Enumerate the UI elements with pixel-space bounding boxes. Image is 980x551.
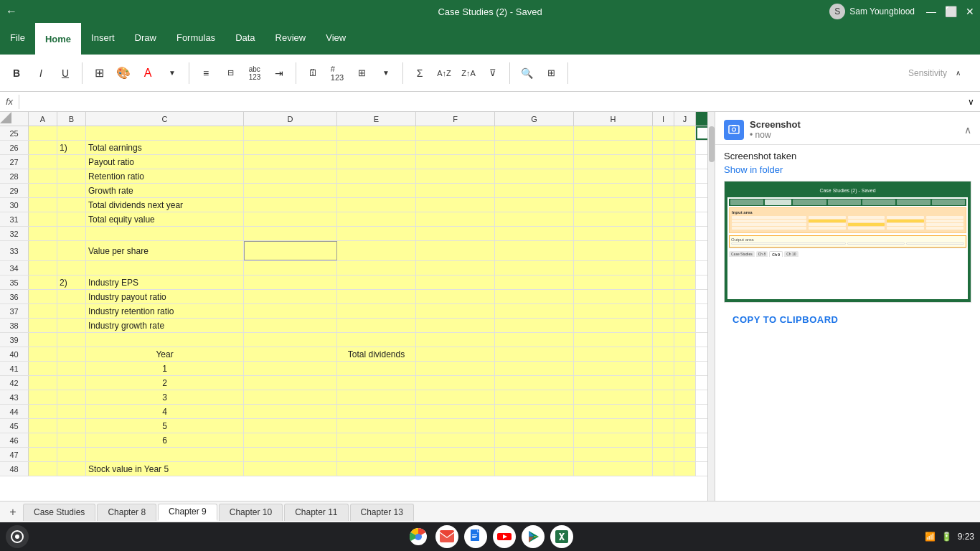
cell-27-h[interactable]	[574, 155, 653, 169]
cell-29-a[interactable]	[29, 184, 57, 197]
tab-review[interactable]: Review	[265, 23, 316, 55]
cell-34-i[interactable]	[653, 261, 674, 275]
cell-32-b[interactable]	[57, 227, 86, 240]
insert-cells-btn[interactable]: ⊞	[351, 62, 372, 84]
cell-31-i[interactable]	[653, 212, 674, 226]
cell-32-a[interactable]	[29, 227, 57, 240]
cell-32-i[interactable]	[653, 227, 674, 240]
scrollbar-thumb[interactable]	[709, 126, 715, 162]
cell-25-i[interactable]	[653, 126, 674, 140]
cell-37-e[interactable]	[337, 304, 416, 318]
minimize-btn[interactable]: —	[926, 6, 936, 17]
cell-31-a[interactable]	[29, 212, 57, 226]
cell-39-a[interactable]	[29, 333, 57, 347]
cell-32-g[interactable]	[495, 227, 574, 240]
row-num-46[interactable]: 46	[0, 433, 29, 447]
cell-39-i[interactable]	[653, 333, 674, 347]
cell-38-g[interactable]	[495, 319, 574, 332]
cell-38-f[interactable]	[416, 319, 495, 332]
cell-29-f[interactable]	[416, 184, 495, 197]
cell-37-g[interactable]	[495, 304, 574, 318]
tab-data[interactable]: Data	[225, 23, 265, 55]
cell-25-k[interactable]	[696, 126, 707, 140]
cell-40-b[interactable]	[57, 347, 86, 361]
cell-27-k[interactable]	[696, 155, 707, 169]
cell-30-g[interactable]	[495, 198, 574, 212]
cell-36-d[interactable]	[244, 290, 337, 303]
cell-27-b[interactable]	[57, 155, 86, 169]
cell-29-d[interactable]	[244, 184, 337, 197]
cell-31-k[interactable]	[696, 212, 707, 226]
fill-color-btn[interactable]: 🎨	[113, 62, 134, 84]
cell-40-g[interactable]	[495, 347, 574, 361]
cell-26-k[interactable]	[696, 141, 707, 154]
cell-36-i[interactable]	[653, 290, 674, 303]
cell-33-g[interactable]	[495, 241, 574, 260]
cell-42-c[interactable]: 2	[86, 376, 244, 390]
cell-33-a[interactable]	[29, 241, 57, 260]
cell-32-k[interactable]	[696, 227, 707, 240]
cell-27-d[interactable]	[244, 155, 337, 169]
cell-35-d[interactable]	[244, 276, 337, 289]
cell-37-i[interactable]	[653, 304, 674, 318]
cell-39-b[interactable]	[57, 333, 86, 347]
col-header-a[interactable]: A	[29, 112, 57, 126]
cell-25-e[interactable]	[337, 126, 416, 140]
col-header-b[interactable]: B	[57, 112, 86, 126]
row-num-43[interactable]: 43	[0, 390, 29, 404]
docs-icon[interactable]	[464, 525, 487, 548]
cell-34-b[interactable]	[57, 261, 86, 275]
cell-45-c[interactable]: 5	[86, 419, 244, 433]
row-num-26[interactable]: 26	[0, 141, 29, 154]
cell-37-a[interactable]	[29, 304, 57, 318]
cell-28-c[interactable]: Retention ratio	[86, 169, 244, 183]
cell-26-f[interactable]	[416, 141, 495, 154]
cell-37-f[interactable]	[416, 304, 495, 318]
cell-26-c[interactable]: Total earnings	[86, 141, 244, 154]
cell-25-g[interactable]	[495, 126, 574, 140]
cell-25-h[interactable]	[574, 126, 653, 140]
row-num-32[interactable]: 32	[0, 227, 29, 240]
row-num-45[interactable]: 45	[0, 419, 29, 433]
search-btn[interactable]: 🔍	[516, 62, 537, 84]
cell-26-h[interactable]	[574, 141, 653, 154]
row-num-33[interactable]: 33	[0, 241, 29, 260]
window-controls[interactable]: — ⬜ ✕	[926, 6, 974, 17]
row-num-28[interactable]: 28	[0, 169, 29, 183]
font-color-arrow[interactable]: ▼	[161, 62, 183, 84]
tab-chapter10[interactable]: Chapter 10	[219, 504, 283, 521]
cell-32-e[interactable]	[337, 227, 416, 240]
col-header-g[interactable]: G	[495, 112, 574, 126]
tab-chapter13[interactable]: Chapter 13	[350, 504, 414, 521]
tab-insert[interactable]: Insert	[81, 23, 125, 55]
conditional-format-btn[interactable]: 🗓	[302, 62, 324, 84]
italic-btn[interactable]: I	[30, 62, 52, 84]
filter-btn[interactable]: ⊽	[482, 62, 504, 84]
cell-46-c[interactable]: 6	[86, 433, 244, 447]
cell-33-d[interactable]	[244, 241, 337, 260]
cell-34-a[interactable]	[29, 261, 57, 275]
cell-27-g[interactable]	[495, 155, 574, 169]
cell-26-d[interactable]	[244, 141, 337, 154]
underline-btn[interactable]: U	[55, 62, 76, 84]
cell-30-f[interactable]	[416, 198, 495, 212]
cell-40-a[interactable]	[29, 347, 57, 361]
cell-34-k[interactable]	[696, 261, 707, 275]
cell-30-k[interactable]	[696, 198, 707, 212]
cell-31-c[interactable]: Total equity value	[86, 212, 244, 226]
playstore-icon[interactable]	[522, 525, 545, 548]
row-num-31[interactable]: 31	[0, 212, 29, 226]
cell-26-g[interactable]	[495, 141, 574, 154]
cell-30-j[interactable]	[674, 198, 696, 212]
cell-34-e[interactable]	[337, 261, 416, 275]
cell-25-j[interactable]	[674, 126, 696, 140]
cell-32-f[interactable]	[416, 227, 495, 240]
cell-37-h[interactable]	[574, 304, 653, 318]
cell-48-c[interactable]: Stock value in Year 5	[86, 462, 244, 476]
cell-36-a[interactable]	[29, 290, 57, 303]
row-num-40[interactable]: 40	[0, 347, 29, 361]
cell-33-e[interactable]	[337, 241, 416, 260]
cell-29-g[interactable]	[495, 184, 574, 197]
cell-43-c[interactable]: 3	[86, 390, 244, 404]
cell-40-j[interactable]	[674, 347, 696, 361]
